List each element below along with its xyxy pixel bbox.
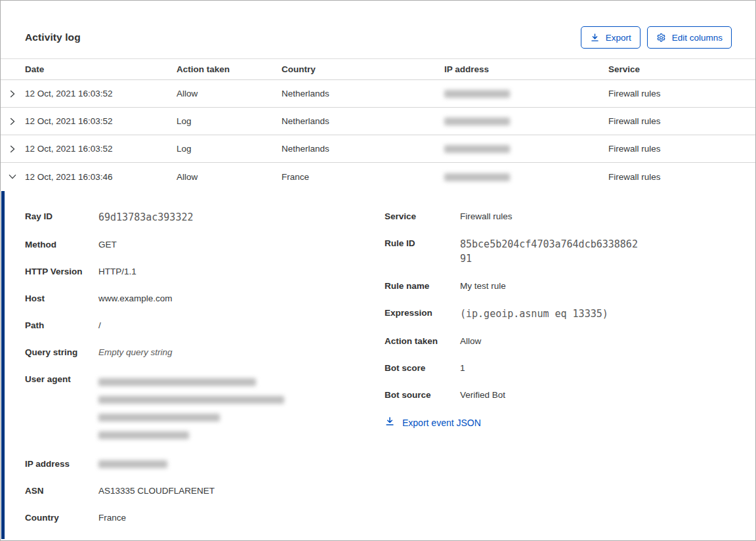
activity-table: Date Action taken Country IP address Ser… bbox=[1, 58, 755, 190]
column-header-action-taken: Action taken bbox=[177, 64, 282, 74]
detail-field: Bot score 1 bbox=[385, 362, 755, 375]
detail-field-value: France bbox=[98, 511, 126, 525]
detail-field: Method GET bbox=[25, 238, 364, 251]
detail-field: Rule name My test rule bbox=[385, 280, 755, 293]
cell-ip-address bbox=[444, 116, 608, 126]
column-header-country: Country bbox=[282, 64, 444, 74]
detail-field-value: / bbox=[98, 319, 101, 332]
detail-field-value bbox=[98, 458, 167, 471]
detail-field: Host www.example.com bbox=[25, 292, 364, 305]
cell-action-taken: Allow bbox=[177, 89, 282, 98]
column-header-ip-address: IP address bbox=[444, 64, 608, 74]
cell-action-taken: Allow bbox=[177, 172, 282, 182]
redacted-ip-value bbox=[444, 90, 510, 98]
panel-header: Activity log Export Edit columns bbox=[1, 1, 755, 58]
detail-field: Path / bbox=[25, 319, 364, 332]
detail-field-value: (ip.geoip.asnum eq 13335) bbox=[460, 307, 608, 321]
detail-field-value bbox=[98, 373, 284, 444]
cell-service: Firewall rules bbox=[608, 89, 755, 98]
cell-date: 12 Oct, 2021 16:03:52 bbox=[25, 144, 177, 154]
detail-field-label: Host bbox=[25, 292, 98, 305]
detail-field: HTTP Version HTTP/1.1 bbox=[25, 265, 364, 278]
cell-action-taken: Log bbox=[177, 144, 282, 154]
redacted-ip-value bbox=[444, 173, 510, 181]
detail-field-value: GET bbox=[98, 238, 117, 251]
detail-column-left: Ray ID 69d13783ac393322 Method GET HTTP … bbox=[25, 210, 364, 540]
table-row[interactable]: 12 Oct, 2021 16:03:52 Log Netherlands Fi… bbox=[1, 135, 755, 163]
table-row[interactable]: 12 Oct, 2021 16:03:52 Allow Netherlands … bbox=[1, 80, 755, 108]
detail-field-label: IP address bbox=[25, 458, 98, 471]
detail-field-label: Country bbox=[25, 511, 98, 525]
detail-field-value: www.example.com bbox=[98, 292, 173, 305]
detail-field-label: Service bbox=[385, 210, 460, 223]
column-header-service: Service bbox=[608, 64, 755, 74]
detail-field: User agent bbox=[25, 373, 364, 444]
detail-field-label: Query string bbox=[25, 346, 98, 359]
cell-ip-address bbox=[444, 89, 608, 98]
cell-date: 12 Oct, 2021 16:03:52 bbox=[25, 116, 177, 126]
detail-field: IP address bbox=[25, 458, 364, 471]
cell-country: Netherlands bbox=[282, 116, 444, 126]
detail-field-value: 69d13783ac393322 bbox=[98, 210, 194, 225]
export-button-label: Export bbox=[606, 33, 631, 43]
row-expand-chevron-icon[interactable] bbox=[6, 170, 19, 183]
detail-field: Bot source Verified Bot bbox=[385, 389, 755, 402]
redacted-ip-value bbox=[444, 118, 510, 125]
event-detail-panel: Ray ID 69d13783ac393322 Method GET HTTP … bbox=[1, 190, 755, 540]
redacted-value bbox=[98, 378, 256, 386]
cell-ip-address bbox=[444, 172, 608, 182]
detail-field-label: HTTP Version bbox=[25, 265, 98, 278]
detail-field: Query string Empty query string bbox=[25, 346, 364, 359]
download-icon bbox=[385, 416, 395, 429]
export-event-json-link[interactable]: Export event JSON bbox=[385, 416, 481, 429]
detail-field-label: Expression bbox=[385, 307, 460, 321]
detail-field-label: Rule ID bbox=[385, 237, 460, 266]
detail-field-value: Empty query string bbox=[98, 346, 173, 359]
table-header-row: Date Action taken Country IP address Ser… bbox=[1, 58, 755, 80]
detail-field-label: ASN bbox=[25, 485, 98, 498]
detail-field-value: Allow bbox=[460, 335, 481, 348]
row-expand-chevron-icon[interactable] bbox=[6, 115, 19, 128]
detail-field: Service Firewall rules bbox=[385, 210, 755, 223]
redacted-ip-value bbox=[444, 145, 510, 153]
edit-columns-button[interactable]: Edit columns bbox=[647, 26, 732, 49]
detail-field: Ray ID 69d13783ac393322 bbox=[25, 210, 364, 225]
detail-field-label: Method bbox=[25, 238, 98, 251]
detail-field-label: Ray ID bbox=[25, 210, 98, 225]
detail-field-value: HTTP/1.1 bbox=[98, 265, 136, 278]
detail-field-label: Bot source bbox=[385, 389, 460, 402]
detail-field-label: User agent bbox=[25, 373, 98, 444]
table-row[interactable]: 12 Oct, 2021 16:03:46 Allow France Firew… bbox=[1, 163, 755, 190]
gear-icon bbox=[656, 33, 666, 43]
detail-field-label: Path bbox=[25, 319, 98, 332]
table-body: 12 Oct, 2021 16:03:52 Allow Netherlands … bbox=[1, 80, 755, 190]
activity-log-panel: Activity log Export Edit columns Date Ac… bbox=[0, 0, 756, 541]
row-expand-chevron-icon[interactable] bbox=[6, 142, 19, 156]
detail-field-value: 1 bbox=[460, 362, 465, 375]
redacted-value bbox=[98, 431, 189, 439]
cell-date: 12 Oct, 2021 16:03:52 bbox=[25, 89, 177, 98]
detail-field-value: My test rule bbox=[460, 280, 506, 293]
download-icon bbox=[590, 33, 600, 43]
redacted-value bbox=[98, 460, 167, 468]
cell-service: Firewall rules bbox=[608, 144, 755, 154]
detail-field-value: Firewall rules bbox=[460, 210, 513, 223]
cell-service: Firewall rules bbox=[608, 116, 755, 126]
cell-country: Netherlands bbox=[282, 89, 444, 98]
redacted-value bbox=[98, 396, 284, 404]
export-event-json-label: Export event JSON bbox=[402, 418, 481, 428]
detail-field-label: Action taken bbox=[385, 335, 460, 348]
detail-column-right: Service Firewall rules Rule ID 85bce5b20… bbox=[364, 210, 755, 540]
detail-field-label: Rule name bbox=[385, 280, 460, 293]
export-button[interactable]: Export bbox=[581, 26, 640, 49]
column-header-date: Date bbox=[25, 64, 177, 74]
cell-date: 12 Oct, 2021 16:03:46 bbox=[25, 172, 177, 182]
edit-columns-button-label: Edit columns bbox=[672, 33, 723, 43]
detail-field: Expression (ip.geoip.asnum eq 13335) bbox=[385, 307, 755, 321]
detail-field-value: 85bce5b204cf4703a764dcb633886291 bbox=[460, 237, 640, 266]
cell-service: Firewall rules bbox=[608, 172, 755, 182]
table-row[interactable]: 12 Oct, 2021 16:03:52 Log Netherlands Fi… bbox=[1, 108, 755, 135]
detail-field: ASN AS13335 CLOUDFLARENET bbox=[25, 485, 364, 498]
detail-field: Country France bbox=[25, 511, 364, 525]
row-expand-chevron-icon[interactable] bbox=[6, 87, 19, 100]
